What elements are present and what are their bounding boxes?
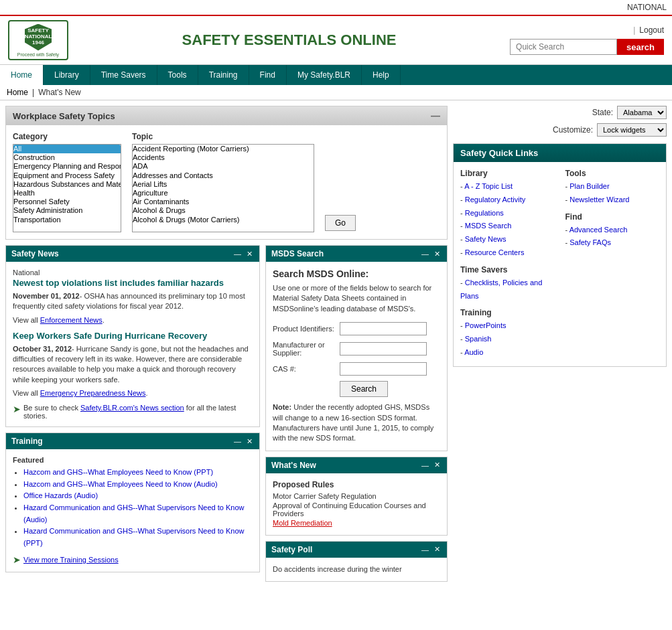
safety-poll-title: Safety Poll [271, 545, 312, 554]
safety-news-minimize[interactable]: — [232, 250, 243, 258]
list-item: Hazcom and GHS--What Employees Need to K… [23, 479, 253, 491]
whats-new-title: What's New [271, 461, 316, 470]
topic-label: Topic [132, 132, 314, 141]
breadcrumb-home[interactable]: Home [7, 88, 28, 97]
cas-label: CAS #: [273, 365, 340, 373]
product-label: Product Identifiers: [273, 325, 340, 333]
ql-advanced-search[interactable]: Advanced Search [565, 224, 660, 237]
safety-news-panel: Safety News — ✕ National Newest top viol… [5, 245, 260, 427]
search-button[interactable]: search [617, 39, 664, 55]
list-item: Hazcom and GHS--What Employees Need to K… [23, 467, 253, 479]
nav-time-savers[interactable]: Time Savers [90, 65, 157, 85]
training-close[interactable]: ✕ [245, 437, 254, 446]
safety-news-title: Safety News [11, 249, 59, 258]
breadcrumb: Home | What's New [0, 85, 672, 100]
nav-home[interactable]: Home [0, 65, 44, 85]
news-viewall-2: View all Emergency Preparedness News. [13, 389, 253, 397]
ql-newsletter[interactable]: Newsletter Wizard [565, 193, 660, 207]
whats-new-item-1: Motor Carrier Safety Regulation [273, 492, 440, 500]
proposed-rules-label: Proposed Rules [273, 480, 440, 489]
whats-new-item-2: Approval of Continuing Education Courses… [273, 501, 440, 518]
news-headline-1[interactable]: Newest top violations list includes fami… [13, 278, 253, 289]
go-button[interactable]: Go [325, 215, 356, 231]
training-item-1[interactable]: Hazcom and GHS--What Employees Need to K… [23, 468, 213, 476]
ql-msds-search[interactable]: MSDS Search [460, 220, 555, 233]
state-select[interactable]: Alabama Alaska Arizona [617, 106, 667, 119]
news-date-2: October 31, 2012 [13, 345, 72, 353]
whats-new-minimize[interactable]: — [420, 461, 430, 469]
more-training-link[interactable]: View more Training Sessions [23, 556, 119, 564]
training-item-3[interactable]: Office Hazards (Audio) [23, 491, 98, 499]
msds-panel: MSDS Search — ✕ Search MSDS Online: Use … [265, 245, 448, 451]
logo: SAFETYNATIONAL1946 Proceed with Safety [8, 20, 68, 60]
manufacturer-input[interactable] [340, 342, 427, 356]
msds-title: Search MSDS Online: [273, 268, 440, 279]
customize-label: Customize: [553, 125, 593, 135]
training-minimize[interactable]: — [232, 437, 243, 445]
list-item: Hazard Communication and GHS--What Super… [23, 526, 253, 549]
ql-checklists[interactable]: Checklists, Policies and Plans [460, 277, 555, 303]
safety-poll-close[interactable]: ✕ [433, 545, 442, 554]
topic-select[interactable]: Accident Reporting (Motor Carriers) Acci… [133, 145, 314, 232]
news-date-1: November 01, 2012 [13, 292, 80, 300]
product-input[interactable] [340, 322, 427, 335]
training-panel: Training — ✕ Featured Hazcom and GHS--Wh… [5, 432, 260, 572]
quick-links-title: Safety Quick Links [454, 144, 666, 162]
nav-library[interactable]: Library [44, 65, 90, 85]
ql-az-topic[interactable]: A - Z Topic List [460, 180, 555, 193]
category-select[interactable]: All Construction Emergency Planning and … [13, 145, 121, 232]
training-more-icon: ➤ [13, 554, 21, 565]
training-list: Hazcom and GHS--What Employees Need to K… [13, 467, 253, 549]
wst-panel: Workplace Safety Topics — Category All C… [5, 106, 448, 240]
nav-training[interactable]: Training [198, 65, 249, 85]
msds-note: Note: Under the recently adopted GHS, MS… [273, 402, 440, 444]
customize-select[interactable]: Lock widgets Unlock widgets [597, 123, 667, 137]
news-tip: ➤ Be sure to check Safety.BLR.com's News… [13, 404, 253, 420]
emergency-prep-link[interactable]: Emergency Preparedness News [40, 389, 146, 397]
nav-tools[interactable]: Tools [157, 65, 198, 85]
news-headline-2[interactable]: Keep Workers Safe During Hurricane Recov… [13, 331, 253, 342]
site-title: SAFETY ESSENTIALS ONLINE [68, 31, 510, 49]
ql-resource-centers[interactable]: Resource Centers [460, 246, 555, 260]
ql-regulations[interactable]: Regulations [460, 207, 555, 220]
blr-news-link[interactable]: Safety.BLR.com's News section [80, 404, 184, 412]
green-arrow-icon: ➤ [13, 404, 21, 414]
ql-training-title: Training [460, 308, 555, 317]
msds-close[interactable]: ✕ [433, 250, 442, 258]
msds-search-button[interactable]: Search [340, 381, 388, 397]
ql-spanish[interactable]: Spanish [460, 333, 555, 346]
quick-search-input[interactable] [510, 39, 617, 55]
whats-new-close[interactable]: ✕ [433, 461, 442, 469]
nav-bar: Home Library Time Savers Tools Training … [0, 65, 672, 85]
ql-time-savers-title: Time Savers [460, 265, 555, 274]
ql-regulatory[interactable]: Regulatory Activity [460, 193, 555, 207]
ql-plan-builder[interactable]: Plan Builder [565, 180, 660, 193]
safety-poll-minimize[interactable]: — [420, 546, 430, 554]
ql-powerpoints[interactable]: PowerPoints [460, 319, 555, 333]
training-item-4[interactable]: Hazard Communication and GHS--What Super… [23, 503, 245, 524]
ql-safety-news[interactable]: Safety News [460, 233, 555, 246]
quick-links-panel: Safety Quick Links Library A - Z Topic L… [453, 143, 667, 367]
nav-my-safety[interactable]: My Safety.BLR [287, 65, 362, 85]
training-featured: Featured [13, 456, 253, 464]
manufacturer-label: Manufacturer or Supplier: [273, 341, 340, 357]
nav-help[interactable]: Help [362, 65, 401, 85]
safety-news-close[interactable]: ✕ [245, 250, 254, 258]
list-item: Hazard Communication and GHS--What Super… [23, 502, 253, 526]
cas-input[interactable] [340, 362, 427, 376]
logout-link[interactable]: Logout [639, 25, 664, 35]
nav-find[interactable]: Find [249, 65, 287, 85]
state-label: State: [592, 108, 613, 117]
breadcrumb-current: What's New [38, 88, 81, 97]
safety-poll-panel: Safety Poll — ✕ Do accidents increase du… [265, 541, 448, 582]
news-national: National [13, 268, 253, 277]
msds-desc: Use one or more of the fields below to s… [273, 283, 440, 314]
wst-minimize[interactable]: — [431, 110, 440, 121]
enforcement-link[interactable]: Enforcement News [40, 316, 103, 324]
ql-audio[interactable]: Audio [460, 346, 555, 360]
training-item-5[interactable]: Hazard Communication and GHS--What Super… [23, 527, 245, 547]
training-item-2[interactable]: Hazcom and GHS--What Employees Need to K… [23, 480, 218, 488]
ql-safety-faqs[interactable]: Safety FAQs [565, 236, 660, 250]
msds-minimize[interactable]: — [420, 250, 430, 258]
list-item: Office Hazards (Audio) [23, 490, 253, 502]
